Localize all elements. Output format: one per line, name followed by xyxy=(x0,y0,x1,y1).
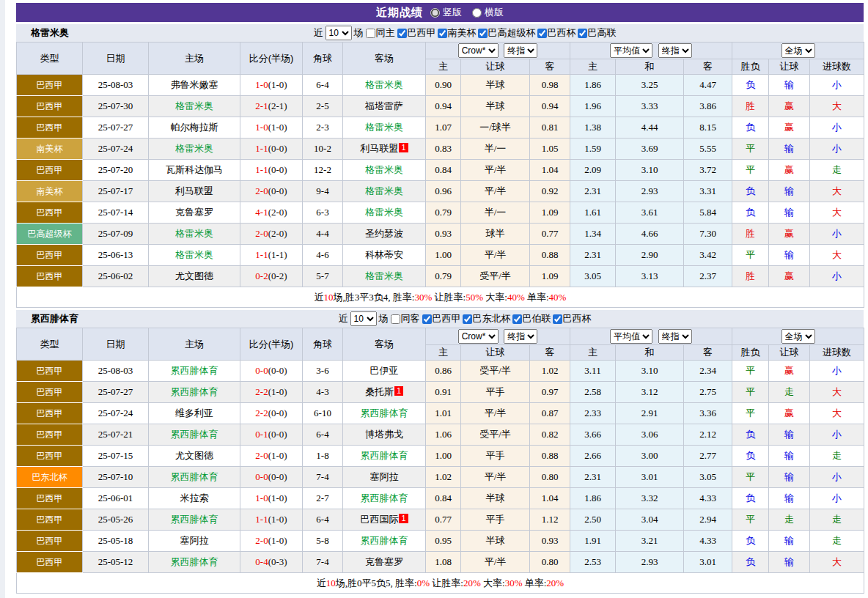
full-time-score[interactable]: 2-0 xyxy=(255,228,268,239)
recent-count-select[interactable]: 10 xyxy=(326,26,352,40)
away-team-cell[interactable]: 格雷米奥 xyxy=(343,202,426,224)
score-cell[interactable]: 2-0(1-0) xyxy=(240,446,303,467)
away-team-cell[interactable]: 塞阿拉 xyxy=(343,467,426,488)
away-team-cell[interactable]: 格雷米奥 xyxy=(343,160,426,181)
home-team-link[interactable]: 米拉索 xyxy=(149,488,240,509)
home-team-link[interactable]: 累西腓体育 xyxy=(149,382,240,403)
league-checkbox[interactable] xyxy=(463,314,472,324)
away-team-cell[interactable]: 累西腓体育 xyxy=(343,488,426,509)
away-team-cell[interactable]: 圣约瑟波 xyxy=(343,224,426,245)
league-filter-option[interactable]: 巴西杯 xyxy=(553,312,592,325)
home-team-link[interactable]: 累西腓体育 xyxy=(149,361,240,382)
league-checkbox[interactable] xyxy=(397,29,407,38)
league-filter-option[interactable]: 巴西杯 xyxy=(537,26,576,40)
euro-odds-type-select[interactable]: 终指 xyxy=(658,329,692,344)
away-team-cell[interactable]: 福塔雷萨 xyxy=(343,96,426,117)
full-time-score[interactable]: 2-1 xyxy=(255,100,268,111)
score-cell[interactable]: 1-0(1-0) xyxy=(240,75,303,96)
league-checkbox[interactable] xyxy=(553,314,562,324)
away-team-link[interactable]: 格雷米奥 xyxy=(365,164,403,175)
league-filter-option[interactable]: 巴西甲 xyxy=(422,312,461,325)
score-cell[interactable]: 2-0(1-0) xyxy=(240,531,303,552)
home-team-link[interactable]: 塞阿拉 xyxy=(149,531,240,552)
home-team-link[interactable]: 帕尔梅拉斯 xyxy=(149,117,240,139)
full-time-score[interactable]: 1-1 xyxy=(255,143,268,154)
away-team-cell[interactable]: 累西腓体育 xyxy=(343,531,426,552)
bookmaker-select[interactable]: Crow* xyxy=(458,43,499,58)
red-card-badge[interactable]: 1 xyxy=(394,386,403,396)
vertical-view-option[interactable]: 竖版 xyxy=(430,6,462,19)
away-team-link[interactable]: 圣约瑟波 xyxy=(365,228,403,239)
league-checkbox[interactable] xyxy=(478,29,488,38)
score-cell[interactable]: 2-1(2-1) xyxy=(240,96,303,117)
league-filter-option[interactable]: 巴西甲 xyxy=(397,26,436,40)
away-team-link[interactable]: 累西腓体育 xyxy=(361,407,408,418)
league-checkbox[interactable] xyxy=(438,29,447,38)
away-team-link[interactable]: 格雷米奥 xyxy=(365,79,403,90)
full-time-score[interactable]: 0-2 xyxy=(255,270,268,281)
full-time-score[interactable]: 0-1 xyxy=(255,429,268,440)
away-team-link[interactable]: 巴伊亚 xyxy=(370,365,399,376)
horizontal-view-option[interactable]: 横版 xyxy=(472,6,504,19)
away-team-link[interactable]: 累西腓体育 xyxy=(361,535,408,546)
score-cell[interactable]: 1-0(1-0) xyxy=(240,117,303,139)
home-team-link[interactable]: 累西腓体育 xyxy=(149,509,240,531)
league-filter-option[interactable]: 南美杯 xyxy=(438,26,477,40)
asian-odds-type-select[interactable]: 终指 xyxy=(504,43,537,58)
red-card-badge[interactable]: 1 xyxy=(399,143,408,152)
away-team-link[interactable]: 福塔雷萨 xyxy=(365,100,403,111)
home-team-link[interactable]: 尤文图德 xyxy=(149,266,240,287)
score-cell[interactable]: 0-4(0-3) xyxy=(240,552,303,573)
score-cell[interactable]: 1-1(1-1) xyxy=(240,245,303,266)
full-time-score[interactable]: 1-1 xyxy=(255,514,268,525)
score-cell[interactable]: 2-2(1-0) xyxy=(240,382,303,403)
league-checkbox[interactable] xyxy=(537,29,547,38)
euro-odds-type-select[interactable]: 终指 xyxy=(658,43,692,58)
euro-odds-source-select[interactable]: 平均值 xyxy=(610,329,652,344)
euro-odds-source-select[interactable]: 平均值 xyxy=(610,43,652,58)
home-team-link[interactable]: 累西腓体育 xyxy=(149,552,240,573)
home-team-link[interactable]: 克鲁塞罗 xyxy=(149,202,240,224)
league-checkbox[interactable] xyxy=(578,29,587,38)
home-team-link[interactable]: 累西腓体育 xyxy=(149,467,240,488)
home-team-link[interactable]: 利马联盟 xyxy=(149,181,240,202)
home-team-link[interactable]: 格雷米奥 xyxy=(149,224,240,245)
away-team-cell[interactable]: 博塔弗戈 xyxy=(343,424,426,446)
away-team-link[interactable]: 利马联盟 xyxy=(360,143,398,154)
away-team-link[interactable]: 累西腓体育 xyxy=(361,492,408,503)
recent-count-select[interactable]: 10 xyxy=(350,311,377,326)
full-time-score[interactable]: 2-0 xyxy=(255,185,268,196)
away-team-link[interactable]: 科林蒂安 xyxy=(365,249,403,260)
full-time-score[interactable]: 2-2 xyxy=(255,386,268,397)
full-time-score[interactable]: 1-0 xyxy=(255,492,268,503)
away-team-link[interactable]: 格雷米奥 xyxy=(365,270,403,281)
home-team-link[interactable]: 格雷米奥 xyxy=(149,245,240,266)
home-team-link[interactable]: 弗鲁米嫩塞 xyxy=(149,75,240,96)
score-cell[interactable]: 1-1(0-0) xyxy=(240,160,303,181)
red-card-badge[interactable]: 1 xyxy=(399,514,408,523)
full-time-score[interactable]: 0-0 xyxy=(255,471,268,482)
away-team-cell[interactable]: 巴西国际1 xyxy=(343,509,426,531)
same-venue-option[interactable]: 同客 xyxy=(391,312,420,325)
score-cell[interactable]: 0-0(0-0) xyxy=(240,467,303,488)
away-team-link[interactable]: 桑托斯 xyxy=(365,386,394,397)
score-cell[interactable]: 0-2(0-2) xyxy=(240,266,303,287)
bookmaker-select[interactable]: Crow* xyxy=(458,329,499,344)
full-time-score[interactable]: 1-1 xyxy=(255,164,268,175)
full-time-score[interactable]: 2-0 xyxy=(255,450,268,461)
score-cell[interactable]: 2-2(0-0) xyxy=(240,403,303,424)
score-cell[interactable]: 0-0(0-0) xyxy=(240,361,303,382)
away-team-link[interactable]: 格雷米奥 xyxy=(365,207,403,218)
away-team-cell[interactable]: 巴伊亚 xyxy=(343,361,426,382)
away-team-cell[interactable]: 利马联盟1 xyxy=(343,139,426,160)
away-team-link[interactable]: 巴西国际 xyxy=(360,514,398,525)
scope-select[interactable]: 全场 xyxy=(781,43,815,58)
score-cell[interactable]: 2-0(0-0) xyxy=(240,181,303,202)
league-filter-option[interactable]: 巴高超级杯 xyxy=(478,26,536,40)
full-time-score[interactable]: 2-0 xyxy=(255,535,268,546)
league-checkbox[interactable] xyxy=(512,314,522,324)
score-cell[interactable]: 2-0(2-0) xyxy=(240,224,303,245)
away-team-cell[interactable]: 克鲁塞罗 xyxy=(343,552,426,573)
full-time-score[interactable]: 1-1 xyxy=(255,249,268,260)
league-checkbox[interactable] xyxy=(422,314,432,324)
